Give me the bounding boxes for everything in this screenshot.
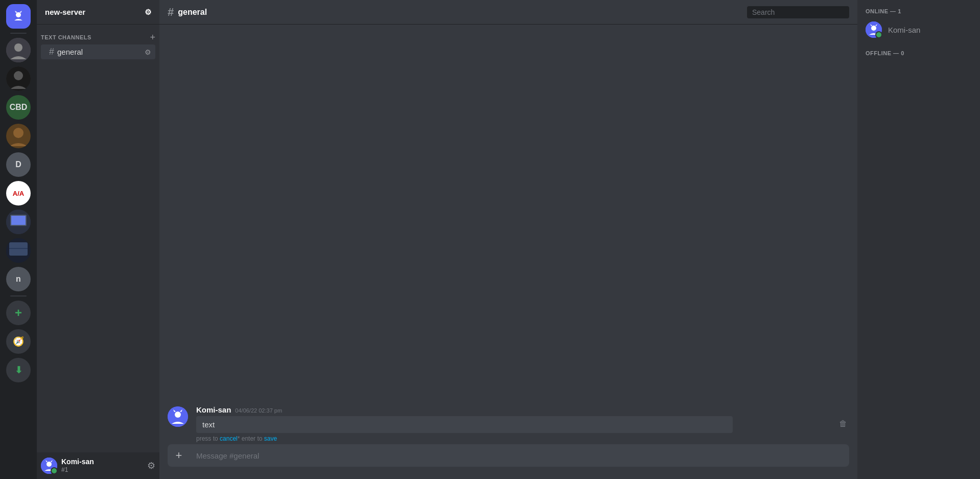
discover-icon: 🧭 [13, 336, 24, 347]
message-group: Komi-san 04/06/22 02:37 pm press to canc… [159, 403, 857, 444]
offline-section-header: OFFLINE — 0 [861, 50, 976, 56]
channel-sidebar: new-server ⚙ TEXT CHANNELS + # general ⚙… [37, 0, 159, 479]
add-channel-button[interactable]: + [150, 33, 155, 42]
discover-button[interactable]: 🧭 [6, 329, 31, 354]
channel-settings-icon[interactable]: ⚙ [145, 48, 151, 56]
server-icon-s4[interactable] [6, 124, 31, 148]
add-server-icon: + [15, 306, 22, 320]
user-area-avatar [41, 458, 57, 474]
members-sidebar: ONLINE — 1 Komi-san OFFLINE — 0 [857, 0, 980, 479]
server-divider-2 [10, 295, 27, 296]
message-input-plus-button[interactable]: + [168, 444, 190, 467]
search-input[interactable] [747, 6, 849, 18]
message-input[interactable] [196, 446, 841, 466]
channel-header: # general [159, 0, 857, 25]
user-settings-button[interactable]: ⚙ [147, 460, 155, 471]
server-icon-s2[interactable] [6, 66, 31, 91]
channel-hash-icon: # [49, 47, 54, 57]
server-divider [10, 33, 27, 34]
user-discriminator: #1 [61, 466, 143, 473]
server-icon-s1[interactable] [6, 38, 31, 62]
channel-header-name: general [178, 8, 207, 17]
user-area: Komi-san #1 ⚙ [37, 452, 159, 479]
text-channels-category: TEXT CHANNELS + [37, 33, 159, 44]
text-channels-label[interactable]: TEXT CHANNELS [41, 34, 91, 40]
messages-area: Komi-san 04/06/22 02:37 pm press to canc… [159, 25, 857, 444]
add-server-button[interactable]: + [6, 301, 31, 325]
online-dot [877, 33, 882, 38]
server-header[interactable]: new-server ⚙ [37, 0, 159, 25]
message-body: Komi-san 04/06/22 02:37 pm press to canc… [196, 405, 849, 442]
server-name: new-server [45, 8, 85, 16]
channel-name-general: general [57, 48, 145, 56]
server-icon-s7[interactable] [6, 210, 31, 234]
message-author: Komi-san [196, 405, 231, 414]
server-icon-s8[interactable] [6, 238, 31, 263]
message-edit-input[interactable] [196, 416, 733, 433]
svg-point-21 [175, 412, 181, 418]
svg-point-25 [871, 26, 876, 31]
user-info: Komi-san #1 [61, 458, 143, 473]
user-display-name: Komi-san [61, 458, 143, 466]
server-icon-aa[interactable]: A/A [6, 181, 31, 206]
member-item-komi[interactable]: Komi-san [861, 18, 976, 41]
edit-hint-middle: * enter to [238, 435, 264, 442]
edit-hint-prefix: press to [196, 435, 220, 442]
channel-item-general[interactable]: # general ⚙ [41, 44, 155, 59]
server-icon-home[interactable] [6, 4, 31, 29]
online-section-header: ONLINE — 1 [861, 8, 976, 14]
download-icon: ⬇ [15, 364, 22, 376]
channel-list: TEXT CHANNELS + # general ⚙ [37, 25, 159, 452]
server-icon-aa-label: A/A [13, 190, 24, 197]
edit-cancel-link[interactable]: cancel [220, 435, 238, 442]
message-delete-button[interactable]: 🗑 [837, 417, 849, 430]
channel-header-right [747, 6, 849, 18]
server-icon-n-label: n [16, 275, 21, 284]
messages-spacer [159, 33, 857, 403]
message-timestamp: 04/06/22 02:37 pm [235, 407, 282, 414]
server-list: CBD D A/A n + 🧭 [0, 0, 37, 479]
message-input-area: + [159, 444, 857, 479]
server-settings-icon[interactable]: ⚙ [145, 8, 151, 17]
svg-rect-12 [11, 216, 26, 225]
offline-section: OFFLINE — 0 [861, 50, 976, 60]
svg-point-17 [46, 462, 52, 467]
message-header: Komi-san 04/06/22 02:37 pm [196, 405, 849, 414]
svg-point-7 [14, 71, 23, 80]
server-icon-d-label: D [15, 160, 21, 169]
message-input-box: + [168, 444, 849, 467]
server-icon-d[interactable]: D [6, 152, 31, 177]
edit-save-link[interactable]: save [264, 435, 277, 442]
server-icon-n[interactable]: n [6, 267, 31, 291]
member-avatar-komi [866, 21, 882, 38]
main-content: # general Komi-san 04/06/22 02 [159, 0, 857, 479]
svg-point-5 [14, 43, 22, 52]
server-icon-cbd-label: CBD [10, 103, 28, 112]
svg-point-9 [13, 128, 24, 138]
channel-header-hash-icon: # [168, 7, 174, 18]
member-name-komi: Komi-san [888, 26, 920, 34]
plus-icon: + [176, 449, 182, 462]
server-icon-cbd[interactable]: CBD [6, 95, 31, 120]
download-button[interactable]: ⬇ [6, 358, 31, 382]
message-avatar [168, 406, 188, 427]
message-edit-hint: press to cancel* enter to save [196, 435, 849, 442]
